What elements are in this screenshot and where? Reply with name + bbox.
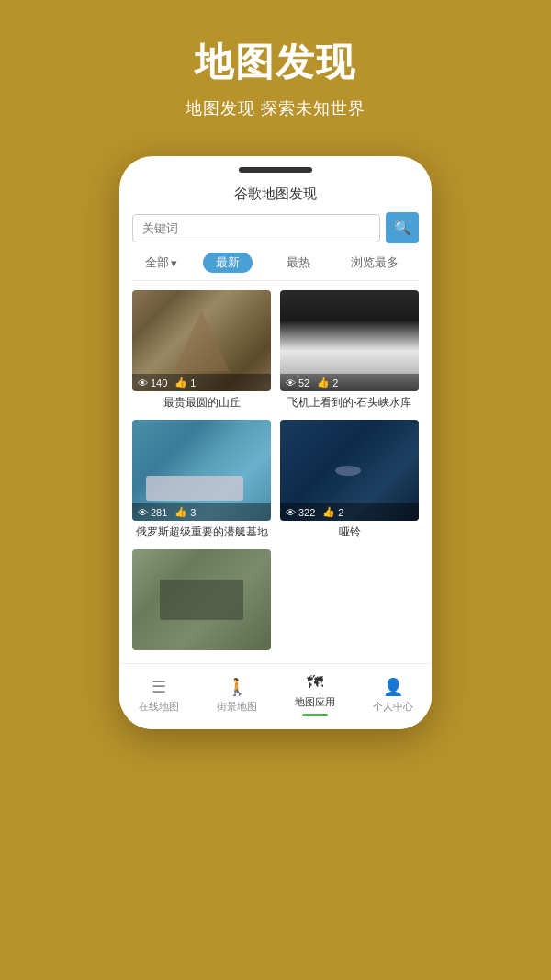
page-subtitle: 地图发现 探索未知世界 — [186, 97, 365, 119]
card-2-image: 👁 52 👍 2 — [280, 290, 419, 391]
card-4-label: 哑铃 — [280, 524, 419, 540]
card-2-label: 飞机上看到的-石头峡水库 — [280, 395, 419, 411]
tab-all-label: 全部 — [145, 254, 169, 271]
chevron-down-icon: ▾ — [171, 256, 177, 270]
menu-icon: ☰ — [152, 677, 166, 697]
card-1[interactable]: 👁 140 👍 1 最贵最圆的山丘 — [132, 290, 271, 411]
page-title: 地图发现 — [195, 37, 356, 88]
search-button[interactable]: 🔍 — [386, 212, 419, 243]
card-4[interactable]: 👁 322 👍 2 哑铃 — [280, 420, 419, 540]
card-4-views: 👁 322 — [286, 507, 315, 518]
card-3-views: 👁 281 — [138, 507, 167, 518]
like-icon: 👍 — [174, 506, 187, 518]
card-3-image: 👁 281 👍 3 — [132, 420, 271, 521]
card-1-stats: 👁 140 👍 1 — [132, 374, 271, 391]
card-1-views: 👁 140 — [138, 377, 167, 389]
card-2-views: 👁 52 — [286, 377, 309, 389]
card-2[interactable]: 👁 52 👍 2 飞机上看到的-石头峡水库 — [280, 290, 419, 411]
card-1-label: 最贵最圆的山丘 — [132, 395, 271, 411]
person-icon: 👤 — [383, 677, 403, 697]
nav-online-map-label: 在线地图 — [139, 700, 179, 714]
card-3-label: 俄罗斯超级重要的潜艇基地 — [132, 524, 271, 540]
card-1-likes: 👍 1 — [174, 377, 196, 389]
card-3-likes: 👍 3 — [174, 506, 196, 518]
tab-all[interactable]: 全部 ▾ — [145, 254, 177, 271]
phone-notch — [239, 167, 312, 173]
phone-container: 谷歌地图发现 🔍 全部 ▾ 最新 最热 浏览最多 — [119, 156, 432, 729]
nav-item-profile[interactable]: 👤 个人中心 — [373, 677, 413, 714]
card-1-image: 👁 140 👍 1 — [132, 290, 271, 391]
eye-icon: 👁 — [286, 377, 296, 389]
nav-map-app-label: 地图应用 — [295, 695, 335, 709]
search-input[interactable] — [132, 214, 380, 242]
card-5-image — [132, 549, 271, 650]
walk-icon: 🚶 — [227, 677, 247, 697]
card-4-image: 👁 322 👍 2 — [280, 420, 419, 521]
card-3[interactable]: 👁 281 👍 3 俄罗斯超级重要的潜艇基地 — [132, 420, 271, 540]
nav-item-street-view[interactable]: 🚶 街景地图 — [217, 677, 257, 714]
search-icon: 🔍 — [394, 220, 411, 236]
filter-tabs: 全部 ▾ 最新 最热 浏览最多 — [132, 253, 419, 281]
nav-profile-label: 个人中心 — [373, 700, 413, 714]
card-4-stats: 👁 322 👍 2 — [280, 503, 419, 521]
card-3-stats: 👁 281 👍 3 — [132, 503, 271, 521]
card-2-likes: 👍 2 — [317, 377, 338, 389]
nav-active-indicator — [302, 714, 328, 716]
search-bar: 🔍 — [132, 212, 419, 243]
header-section: 地图发现 地图发现 探索未知世界 — [0, 0, 551, 138]
eye-icon: 👁 — [286, 507, 296, 518]
content-grid: 👁 140 👍 1 最贵最圆的山丘 — [132, 290, 419, 654]
card-4-likes: 👍 2 — [322, 506, 343, 518]
nav-street-view-label: 街景地图 — [217, 700, 257, 714]
eye-icon: 👁 — [138, 507, 148, 518]
card-5[interactable] — [132, 549, 271, 654]
like-icon: 👍 — [317, 377, 330, 389]
tab-hottest[interactable]: 最热 — [279, 253, 318, 273]
tab-most-viewed[interactable]: 浏览最多 — [343, 253, 406, 273]
map-icon: 🗺 — [307, 673, 323, 693]
like-icon: 👍 — [322, 506, 335, 518]
bottom-nav: ☰ 在线地图 🚶 街景地图 🗺 地图应用 👤 个人中心 — [119, 663, 432, 729]
nav-item-map-app[interactable]: 🗺 地图应用 — [295, 673, 335, 716]
eye-icon: 👁 — [138, 377, 148, 389]
app-title: 谷歌地图发现 — [132, 186, 419, 203]
nav-item-online-map[interactable]: ☰ 在线地图 — [139, 677, 179, 714]
card-2-stats: 👁 52 👍 2 — [280, 374, 419, 391]
tab-newest[interactable]: 最新 — [203, 253, 253, 273]
phone-inner: 谷歌地图发现 🔍 全部 ▾ 最新 最热 浏览最多 — [119, 186, 432, 654]
like-icon: 👍 — [174, 377, 187, 389]
